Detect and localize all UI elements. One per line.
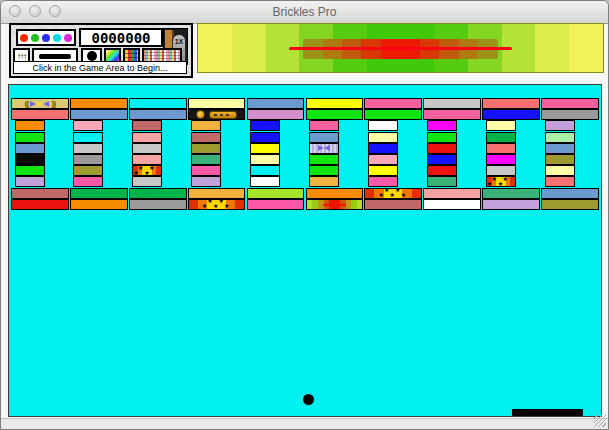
brick-green [129, 188, 187, 199]
brick-blue [250, 120, 280, 131]
brick-magenta [486, 154, 516, 165]
brick-rose [309, 120, 339, 131]
brick-seagreen [482, 188, 540, 199]
brick-plum [545, 120, 575, 131]
brick-rose [423, 109, 481, 120]
resize-grip-icon[interactable] [594, 415, 606, 427]
color-dot [53, 34, 61, 42]
ball-icon [87, 51, 97, 61]
multiplier-label: 1X [173, 38, 185, 45]
brick-magenta [427, 120, 457, 131]
game-area[interactable]: ((()))★ ★★ ★ ★★ ★★ ★ ★★ ★★ ★ ★★ ★★ ★ ★ [8, 84, 602, 417]
brick-indianred [364, 199, 422, 210]
brick-pink_salmon [132, 132, 162, 143]
brick-steel_blue [309, 132, 339, 143]
brick-pale_yellow [486, 120, 516, 131]
brick-bright_green [427, 132, 457, 143]
brick-orange [70, 199, 128, 210]
brick-pale_green [545, 132, 575, 143]
brick-blue [482, 109, 540, 120]
brick-steel_blue [541, 188, 599, 199]
brick-steel_blue [129, 109, 187, 120]
brick-goldenrod [309, 176, 339, 187]
brick-orange [306, 188, 364, 199]
brick-orchid [247, 109, 305, 120]
brick-silver [486, 165, 516, 176]
control-panel: 0000000 1X ↑↑↑ Click in the Game Area to… [9, 23, 193, 78]
brick-rose [364, 98, 422, 109]
brick-yellow [368, 165, 398, 176]
brick-silver [132, 176, 162, 187]
brick-hot_pink [247, 199, 305, 210]
brick-plum [15, 176, 45, 187]
brick-goldenrod [188, 188, 246, 199]
brick-indianred [132, 120, 162, 131]
brick-light_pink [368, 154, 398, 165]
brickles-window: Brickles Pro 0000000 1X ↑↑↑ Click in the… [0, 0, 609, 430]
brick-white [423, 199, 481, 210]
brick-salmon [11, 109, 69, 120]
brick-stars: ★ ★★ ★ ★ [486, 176, 516, 187]
brick-light_pink [73, 120, 103, 131]
score-display: 0000000 [91, 30, 150, 46]
brick-pale_yellow [368, 132, 398, 143]
brick-steel_blue [247, 98, 305, 109]
brick-seagreen [191, 154, 221, 165]
brick-red [11, 199, 69, 210]
brick-pale_yellow [188, 98, 246, 109]
brick-cyan [129, 98, 187, 109]
brick-red [427, 143, 457, 154]
status-message: Click in the Game Area to Begin... [32, 63, 167, 73]
brick-coin [188, 109, 246, 120]
brick-warp_small [309, 143, 339, 154]
brick-hot_pink [191, 165, 221, 176]
brick-olive [541, 199, 599, 210]
paddle-icon [39, 54, 71, 59]
brick-indianred [191, 132, 221, 143]
brick-yellow [306, 98, 364, 109]
brick-warp_wide: ((())) [11, 98, 69, 109]
brick-pale_yellow [250, 154, 280, 165]
brick-green [486, 132, 516, 143]
title-bar[interactable]: Brickles Pro [1, 1, 608, 24]
brick-indianred [11, 188, 69, 199]
brick-blue [250, 132, 280, 143]
brick-rose [541, 98, 599, 109]
brick-bright_green [309, 165, 339, 176]
brick-orange [70, 98, 128, 109]
brick-silver [73, 143, 103, 154]
paddle[interactable] [512, 409, 583, 416]
brick-pale_yellow [545, 165, 575, 176]
brick-plum [482, 199, 540, 210]
window-title: Brickles Pro [1, 5, 608, 19]
brick-olive [545, 154, 575, 165]
brick-greenyellow [247, 188, 305, 199]
brick-yellow [250, 143, 280, 154]
window-bottom-edge [1, 418, 608, 429]
brick-bright_green [306, 109, 364, 120]
brick-goldenrod [191, 120, 221, 131]
brick-olive [191, 143, 221, 154]
brick-stars: ★ ★★ ★ ★ [364, 188, 422, 199]
color-dot [20, 34, 28, 42]
brick-stars: ★ ★★ ★ ★ [188, 199, 246, 210]
brick-olive [73, 165, 103, 176]
brick-blue [427, 154, 457, 165]
brick-white [250, 176, 280, 187]
brick-stars: ★ ★★ ★ ★ [132, 165, 162, 176]
brick-black [15, 154, 45, 165]
brick-cyan [250, 165, 280, 176]
brick-gray [541, 109, 599, 120]
brick-silver [423, 98, 481, 109]
brick-bright_green [309, 154, 339, 165]
score-box: 0000000 [79, 28, 163, 47]
brick-hot_pink [368, 176, 398, 187]
ball-colors-box [16, 29, 76, 46]
brick-white [368, 120, 398, 131]
brick-bright_green [15, 165, 45, 176]
brick-plum [191, 176, 221, 187]
brick-red [427, 165, 457, 176]
brick-bright_green [364, 109, 422, 120]
ball [303, 394, 314, 405]
brick-pink_salmon [132, 154, 162, 165]
